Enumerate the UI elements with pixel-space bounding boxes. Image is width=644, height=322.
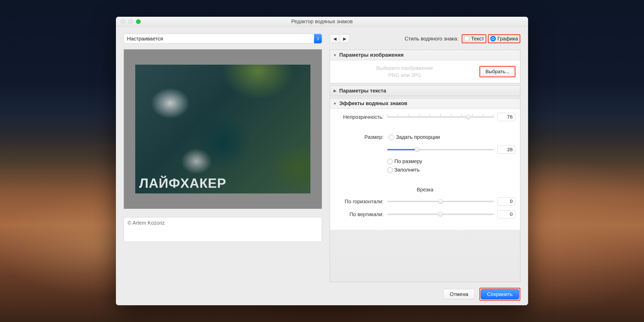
opacity-label: Непрозрачность: [335, 114, 384, 120]
inset-v-value[interactable]: 0 [497, 210, 515, 218]
close-button[interactable] [121, 19, 125, 24]
opacity-value[interactable]: 76 [497, 113, 515, 121]
dialog-footer: Отмена Сохранить [116, 287, 528, 305]
inset-vertical-row: По вертикали: 0 [335, 210, 515, 218]
left-column: Настраивается ЛАЙФХАКЕР © Artem Kozoriz [124, 34, 322, 282]
size-proportions-row: Размер: Задать пропорции [335, 133, 515, 141]
image-params-body: Выберите изображение PNG или JPG Выбрать… [330, 60, 520, 83]
style-radio-group: Текст Графика [462, 34, 520, 43]
effects-title: Эффекты водяных знаков [339, 100, 407, 106]
triangle-right-icon: ▶ [333, 89, 337, 93]
watermark-preview-text: ЛАЙФХАКЕР [139, 175, 226, 191]
image-params-header[interactable]: ▼ Параметры изображения [330, 50, 520, 60]
effects-panel: ▼ Эффекты водяных знаков Непрозрачность:… [330, 98, 520, 282]
save-button[interactable]: Сохранить [481, 289, 519, 299]
maximize-button[interactable] [136, 19, 141, 24]
style-graphic-radio[interactable]: Графика [488, 34, 520, 43]
effects-header[interactable]: ▼ Эффекты водяных знаков [330, 98, 520, 109]
text-params-title: Параметры текста [339, 88, 386, 94]
style-text-radio[interactable]: Текст [462, 34, 486, 43]
radio-icon [464, 36, 470, 41]
radio-icon [387, 159, 393, 164]
copyright-value: © Artem Kozoriz [128, 220, 165, 226]
image-params-panel: ▼ Параметры изображения Выберите изображ… [330, 50, 520, 83]
size-label: Размер: [335, 134, 384, 140]
inset-h-slider[interactable] [387, 198, 494, 205]
text-params-panel: ▶ Параметры текста [330, 85, 520, 96]
window-title: Редактор водяных знаков [116, 19, 528, 24]
panels: ▼ Параметры изображения Выберите изображ… [330, 50, 520, 282]
content: Настраивается ЛАЙФХАКЕР © Artem Kozoriz … [116, 27, 528, 287]
opacity-row: Непрозрачность: 76 [335, 113, 515, 121]
size-fill-radio[interactable]: Заполнить [387, 167, 515, 173]
size-slider-row: 28 [335, 146, 515, 154]
titlebar: Редактор водяных знаков [116, 17, 528, 27]
inset-label: Врезка [335, 187, 515, 193]
inset-h-value[interactable]: 0 [497, 197, 515, 206]
size-fit-radio[interactable]: По размеру [387, 158, 515, 164]
style-text-label: Текст [471, 36, 484, 42]
preset-select[interactable]: Настраивается [124, 34, 322, 44]
right-column: ◀ ▶ Стиль водяного знака: Текст Графика [330, 34, 520, 282]
size-slider[interactable] [387, 147, 494, 153]
radio-icon [490, 36, 496, 41]
inset-v-label: По вертикали: [335, 211, 384, 217]
image-params-title: Параметры изображения [339, 52, 404, 58]
inset-h-label: По горизонтали: [335, 199, 384, 205]
image-select-hint: Выберите изображение PNG или JPG [335, 64, 475, 79]
top-row: ◀ ▶ Стиль водяного знака: Текст Графика [330, 34, 520, 44]
preview-image: ЛАЙФХАКЕР [135, 65, 310, 193]
radio-icon [387, 167, 393, 173]
preset-selected-value: Настраивается [127, 36, 163, 42]
prev-button[interactable]: ◀ [330, 35, 340, 43]
copyright-text-input[interactable]: © Artem Kozoriz [124, 217, 322, 242]
radio-icon [389, 134, 394, 140]
inset-v-slider[interactable] [387, 211, 494, 217]
opacity-slider[interactable] [387, 114, 494, 120]
preview-nav: ◀ ▶ [330, 34, 350, 43]
traffic-lights [116, 19, 141, 24]
effects-body: Непрозрачность: 76 Размер: [330, 109, 520, 230]
triangle-down-icon: ▼ [333, 101, 337, 106]
size-value[interactable]: 28 [497, 146, 515, 154]
style-label: Стиль водяного знака: [405, 36, 459, 42]
triangle-down-icon: ▼ [333, 53, 337, 57]
preview-frame: ЛАЙФХАКЕР [124, 49, 322, 209]
size-options: По размеру Заполнить [387, 158, 515, 173]
dropdown-arrows-icon [314, 34, 322, 43]
minimize-button[interactable] [128, 19, 133, 24]
text-params-header[interactable]: ▶ Параметры текста [330, 86, 520, 96]
size-proportions-radio[interactable]: Задать пропорции [387, 133, 442, 141]
cancel-button[interactable]: Отмена [443, 289, 475, 299]
style-graphic-label: Графика [497, 36, 518, 42]
choose-image-button[interactable]: Выбрать... [481, 67, 514, 76]
inset-horizontal-row: По горизонтали: 0 [335, 197, 515, 206]
watermark-editor-window: Редактор водяных знаков Настраивается ЛА… [116, 17, 528, 305]
next-button[interactable]: ▶ [340, 35, 350, 43]
